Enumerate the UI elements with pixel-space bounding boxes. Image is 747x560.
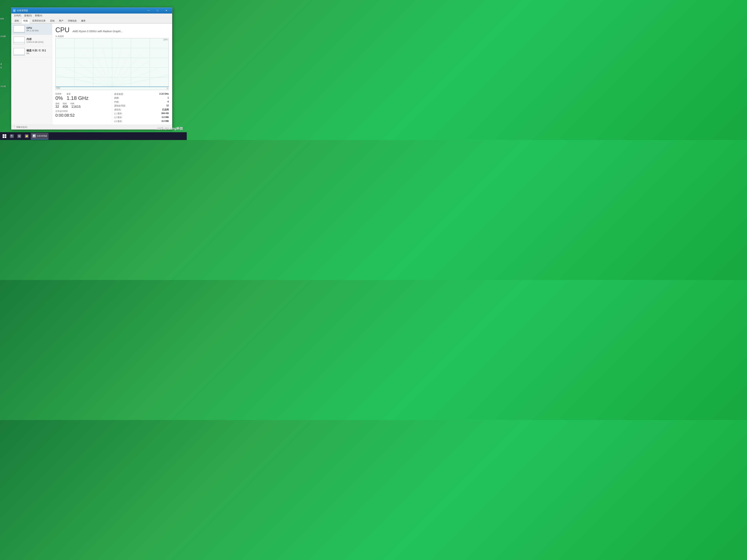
maximize-button[interactable]: □ xyxy=(153,7,162,14)
chevron-up-icon: ⌃ xyxy=(14,126,15,128)
cores-label: 内核: xyxy=(114,100,119,104)
logical-label: 逻辑处理器: xyxy=(114,104,126,107)
processes-label: 进程 xyxy=(55,102,59,105)
sidebar: CPU 0% 1.18 GHz 内存 2.9/13.8 GB (21% xyxy=(11,24,52,125)
chart-max-label: 100% xyxy=(163,39,168,41)
watermark: 知乎 @Liang科技 xyxy=(157,126,183,131)
sidebar-item-cpu[interactable]: CPU 0% 1.18 GHz xyxy=(11,24,52,35)
cpu-detail-panel: CPU AMD Ryzen 5 5500U with Radeon Graphi… xyxy=(52,24,172,125)
threads-label: 线程 xyxy=(63,102,67,105)
l2-value: 3.0 MB xyxy=(161,116,169,119)
taskbar-explorer[interactable]: 📁 xyxy=(23,133,30,139)
search-icon: 🔍 xyxy=(10,134,14,138)
cpu-title: CPU xyxy=(55,26,70,34)
sockets-value: 1 xyxy=(168,97,169,100)
spec-l3: L3 缓存: 8.0 MB xyxy=(114,120,169,123)
disk-sidebar-info: 磁盘 0 (E: C: D:) 0% xyxy=(26,49,46,54)
memory-sidebar-info: 内存 2.9/13.8 GB (21%) xyxy=(26,37,43,43)
file-explorer-icon: 📁 xyxy=(25,134,28,138)
desktop-label-4: 0) xyxy=(0,67,2,69)
taskbar-search[interactable]: 🔍 xyxy=(8,133,15,139)
stats-grid: 利用率 0% 速度 1.18 GHz 进程 xyxy=(55,92,169,124)
cpu-usage-chart: 100% 0 60秒 xyxy=(55,38,169,90)
spec-l1: L1 缓存: 384 KB xyxy=(114,112,169,115)
speed-label: 速度 xyxy=(67,92,88,96)
title-bar: ⊞ 任务管理器 — □ ✕ xyxy=(11,7,172,14)
tab-details[interactable]: 详细信息 xyxy=(66,18,79,23)
desktop-label-2: 次加载 xyxy=(0,35,6,38)
l1-value: 384 KB xyxy=(161,112,169,115)
spec-logical: 逻辑处理器: 12 xyxy=(114,104,169,107)
disk-thumbnail xyxy=(14,48,25,55)
sockets-label: 插槽: xyxy=(114,97,119,100)
memory-sidebar-name: 内存 xyxy=(26,37,43,41)
title-bar-buttons: — □ ✕ xyxy=(144,7,171,14)
window-icon: ⊞ xyxy=(13,9,16,12)
l1-label: L1 缓存: xyxy=(114,112,122,115)
cores-value: 6 xyxy=(168,100,169,104)
l2-label: L2 缓存: xyxy=(114,116,122,119)
stats-right: 基准速度: 2.10 GHz 插槽: 1 内核: 6 逻辑处理器: xyxy=(112,92,169,124)
start-button[interactable] xyxy=(1,133,8,139)
speed-value: 1.18 GHz xyxy=(67,96,88,101)
status-bar-text[interactable]: 简略信息(D) xyxy=(16,126,27,129)
cpu-sidebar-name: CPU xyxy=(26,26,38,29)
cpu-sidebar-value: 0% 1.18 GHz xyxy=(26,29,38,32)
cpu-thumbnail xyxy=(14,25,25,33)
disk-sidebar-value: 0% xyxy=(26,52,46,54)
tab-services[interactable]: 服务 xyxy=(79,18,87,23)
status-bar: ⌃ 简略信息(D) xyxy=(11,125,172,129)
speed-stat: 速度 1.18 GHz xyxy=(67,92,88,101)
processes-value: 32 xyxy=(55,105,59,109)
windows-logo-icon xyxy=(3,134,6,138)
menu-options[interactable]: 选项(O) xyxy=(23,14,33,18)
utilization-stat: 利用率 0% xyxy=(55,92,63,101)
close-button[interactable]: ✕ xyxy=(162,7,171,14)
base-speed-value: 2.10 GHz xyxy=(159,92,169,96)
tab-app-history[interactable]: 应用历史记录 xyxy=(30,18,48,23)
sidebar-item-memory[interactable]: 内存 2.9/13.8 GB (21%) xyxy=(11,35,52,46)
minimize-button[interactable]: — xyxy=(144,7,153,14)
threads-value: 408 xyxy=(62,105,68,109)
tab-processes[interactable]: 进程 xyxy=(12,18,21,23)
disk-sidebar-name: 磁盘 0 (E: C: D:) xyxy=(26,49,46,52)
sidebar-item-disk[interactable]: 磁盘 0 (E: C: D:) 0% xyxy=(11,46,52,57)
uptime-label: 正常运行时间 xyxy=(55,110,108,113)
base-speed-label: 基准速度: xyxy=(114,92,124,96)
tab-startup[interactable]: 启动 xyxy=(48,18,56,23)
window-title: 任务管理器 xyxy=(17,9,144,12)
cpu-header: CPU AMD Ryzen 5 5500U with Radeon Graphi… xyxy=(55,26,169,34)
taskbar-taskview[interactable]: ⊞ xyxy=(16,133,23,139)
memory-sidebar-value: 2.9/13.8 GB (21%) xyxy=(26,41,43,43)
desktop-label-5: 大白菜 xyxy=(0,85,6,88)
spec-base-speed: 基准速度: 2.10 GHz xyxy=(114,92,169,96)
uptime-group: 正常运行时间 0:00:08:52 xyxy=(55,110,108,118)
task-manager-icon: 📊 xyxy=(32,134,36,138)
memory-thumbnail xyxy=(14,37,25,44)
pthl-labels-row: 进程 线程 句柄 32 408 11615 xyxy=(55,102,108,109)
cpu-sidebar-info: CPU 0% 1.18 GHz xyxy=(26,26,38,32)
tab-performance[interactable]: 性能 xyxy=(21,18,30,24)
taskbar-taskmanager[interactable]: 📊 任务管理器 xyxy=(31,133,49,139)
cpu-model: AMD Ryzen 5 5500U with Radeon Graphi... xyxy=(73,30,123,33)
menu-view[interactable]: 查看(V) xyxy=(33,14,44,18)
taskbar-taskmanager-label: 任务管理器 xyxy=(37,135,47,137)
task-view-icon: ⊞ xyxy=(18,134,21,138)
task-manager-window: ⊞ 任务管理器 — □ ✕ 文件(F) 选项(O) 查看(V) 进程 性能 应用… xyxy=(11,7,172,130)
handles-value: 11615 xyxy=(71,105,81,109)
chart-label: % 利用率 xyxy=(55,35,169,38)
taskbar: 🔍 ⊞ 📁 📊 任务管理器 xyxy=(0,132,187,140)
tab-users[interactable]: 用户 xyxy=(57,18,66,23)
virt-value: 已启用 xyxy=(162,108,169,111)
spec-virt: 虚拟化: 已启用 xyxy=(114,108,169,111)
menu-file[interactable]: 文件(F) xyxy=(12,14,23,18)
svg-rect-4 xyxy=(14,48,24,55)
util-speed-row: 利用率 0% 速度 1.18 GHz xyxy=(55,92,108,101)
svg-rect-3 xyxy=(14,37,24,44)
desktop-label-3: 具 xyxy=(0,63,2,65)
chart-time-label: 60秒 xyxy=(56,87,60,89)
spec-l2: L2 缓存: 3.0 MB xyxy=(114,116,169,119)
spec-sockets: 插槽: 1 xyxy=(114,97,169,100)
uptime-value: 0:00:08:52 xyxy=(55,113,108,118)
utilization-value: 0% xyxy=(55,96,63,101)
